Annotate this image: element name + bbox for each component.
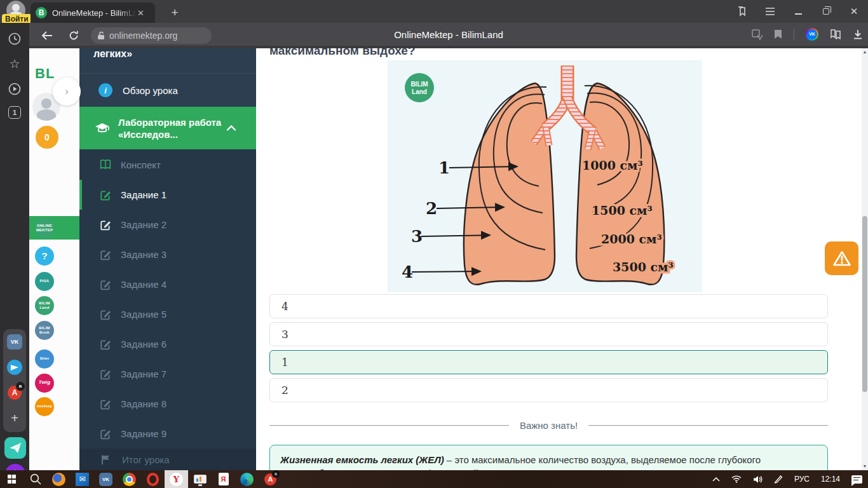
browser-toolbar: onlinemektep.org OnlineMektep - BilimLan… bbox=[29, 23, 868, 48]
start-button[interactable] bbox=[0, 470, 24, 488]
pencil-square-icon bbox=[100, 398, 111, 410]
volume-icon[interactable] bbox=[747, 470, 768, 488]
scroll-up-arrow[interactable]: ▲ bbox=[862, 48, 868, 56]
translate-icon[interactable] bbox=[752, 29, 763, 40]
pen-icon[interactable] bbox=[768, 470, 789, 488]
answer-option-1-selected[interactable]: 1 bbox=[269, 350, 828, 374]
mail-icon[interactable]: ✉ bbox=[71, 470, 94, 488]
sidebar-item-konspekt[interactable]: Конспект bbox=[79, 149, 256, 180]
pisa-icon: PISA bbox=[35, 272, 54, 291]
yandex-browser-icon-active[interactable]: Y bbox=[165, 470, 188, 488]
app-help[interactable]: ? bbox=[29, 244, 79, 268]
action-center-icon[interactable] bbox=[846, 470, 868, 488]
vk-taskbar-icon[interactable]: VK bbox=[94, 470, 118, 488]
report-problem-button[interactable] bbox=[825, 241, 858, 275]
wifi-icon[interactable] bbox=[726, 470, 747, 488]
tab-panels-icon[interactable] bbox=[728, 0, 756, 23]
sidebar-item-task1[interactable]: Задание 1 bbox=[79, 180, 256, 210]
restore-button[interactable] bbox=[812, 0, 840, 23]
media-play-icon[interactable] bbox=[0, 78, 29, 100]
app-bilet[interactable]: Bilet bbox=[29, 347, 79, 370]
telegram-icon[interactable] bbox=[3, 355, 26, 380]
collections-icon[interactable] bbox=[830, 29, 841, 39]
sidebar-item-task8[interactable]: Задание 8 bbox=[79, 389, 256, 419]
volume-label-1500: 1500 см³ bbox=[592, 203, 653, 217]
scroll-down-arrow[interactable]: ▼ bbox=[862, 463, 868, 470]
sidebar-item-overview[interactable]: i Обзор урока bbox=[79, 73, 256, 107]
language-indicator[interactable]: РУС bbox=[789, 470, 815, 488]
tray-expand-icon[interactable] bbox=[707, 470, 726, 488]
onlinemektep-icon: ONLINE MEKTEP bbox=[35, 219, 54, 238]
vk-sidebar-icon[interactable]: VK bbox=[3, 329, 26, 355]
answer-option-3[interactable]: 3 bbox=[269, 322, 828, 346]
sidebar-item-task4[interactable]: Задание 4 bbox=[79, 269, 256, 299]
lungs-diagram: 1 2 3 4 1000 см³ 1500 см³ 2000 см³ 3500 bbox=[388, 60, 702, 292]
taskbar-search-icon[interactable] bbox=[24, 470, 47, 488]
bookmarks-star-icon[interactable]: ☆ bbox=[0, 53, 29, 74]
app-onlinemektep[interactable]: ONLINE MEKTEP bbox=[29, 216, 79, 240]
sidebar-item-task3[interactable]: Задание 3 bbox=[79, 240, 256, 269]
lesson-title: легких» bbox=[79, 48, 256, 62]
opera-icon[interactable] bbox=[141, 470, 165, 488]
browser-tab[interactable]: B OnlineMektep - BilimLa ✕ bbox=[31, 3, 155, 23]
answer-option-4[interactable]: 4 bbox=[269, 294, 828, 318]
task-content: максимальном выдохе? bbox=[256, 48, 862, 470]
system-tray: РУС 12:14 bbox=[707, 470, 868, 488]
history-icon[interactable] bbox=[0, 28, 29, 50]
page-scrollbar[interactable]: ▲ ▼ bbox=[862, 48, 868, 470]
new-tab-button[interactable]: + bbox=[166, 4, 183, 21]
tab-counter[interactable]: 1 bbox=[0, 102, 29, 123]
bookmark-icon[interactable] bbox=[774, 29, 782, 39]
app-imektep[interactable]: imektep bbox=[29, 395, 79, 418]
lock-open-icon bbox=[97, 31, 105, 40]
pencil-square-icon bbox=[100, 249, 111, 261]
toolbar-divider bbox=[794, 29, 794, 40]
pencil-square-icon bbox=[100, 369, 111, 380]
pencil-square-icon bbox=[100, 428, 111, 440]
menu-icon[interactable] bbox=[756, 0, 784, 23]
sidebar-item-task7[interactable]: Задание 7 bbox=[79, 359, 256, 389]
answer-option-2[interactable]: 2 bbox=[269, 378, 828, 402]
divider-line-right bbox=[588, 425, 828, 426]
sidebar-section-lab[interactable]: Лабораторная работа «Исследов... bbox=[79, 107, 256, 149]
sidebar-expander[interactable]: › bbox=[53, 78, 81, 105]
chrome-icon[interactable] bbox=[118, 470, 141, 488]
app-bilimland[interactable]: BILIM Land bbox=[29, 294, 79, 317]
windows-taskbar: ✉ VK Y Я Аa РУС 12:14 bbox=[0, 470, 868, 488]
pointer-label-1: 1 bbox=[438, 158, 450, 177]
firefox-icon[interactable] bbox=[47, 470, 71, 488]
app-twig[interactable]: Twig bbox=[29, 371, 79, 395]
minimize-button[interactable] bbox=[784, 0, 812, 23]
url-text: onlinemektep.org bbox=[109, 30, 177, 41]
notification-badge[interactable]: 0 bbox=[36, 126, 58, 149]
sidebar-item-task6[interactable]: Задание 6 bbox=[79, 329, 256, 359]
translator-icon[interactable]: Аa bbox=[3, 380, 26, 405]
address-bar[interactable]: onlinemektep.org bbox=[91, 27, 212, 44]
reload-button[interactable] bbox=[65, 27, 83, 44]
app-pisa[interactable]: PISA bbox=[29, 269, 79, 293]
imektep-icon: imektep bbox=[35, 397, 54, 416]
tab-close-icon[interactable]: ✕ bbox=[137, 8, 144, 18]
sidebar-item-task5[interactable]: Задание 5 bbox=[79, 299, 256, 329]
close-button[interactable]: ✕ bbox=[840, 0, 868, 23]
translator-taskbar-icon[interactable]: Аa bbox=[259, 470, 282, 488]
clock[interactable]: 12:14 bbox=[815, 470, 846, 488]
sidebar-item-task2[interactable]: Задание 2 bbox=[79, 210, 256, 240]
sidebar-item-summary[interactable]: Итог урока bbox=[79, 449, 256, 470]
back-button[interactable] bbox=[38, 27, 56, 44]
sidebar-item-task9[interactable]: Задание 9 bbox=[79, 419, 256, 449]
vk-extension-icon[interactable]: VK bbox=[806, 28, 818, 41]
important-divider: Важно знать! bbox=[269, 420, 828, 431]
app-bilimbook[interactable]: BILIM Book bbox=[29, 318, 79, 342]
yandex-doc-icon[interactable]: Я bbox=[212, 470, 235, 488]
screen-share-icon[interactable] bbox=[188, 470, 212, 488]
edge-icon[interactable] bbox=[235, 470, 259, 488]
browser-profile[interactable]: Войти bbox=[1, 0, 29, 23]
messenger-app-icon[interactable] bbox=[4, 437, 26, 459]
download-icon[interactable] bbox=[853, 29, 863, 39]
scrollbar-thumb[interactable] bbox=[862, 216, 867, 392]
bl-logo: BL bbox=[35, 65, 55, 82]
divider-line-left bbox=[269, 425, 509, 426]
add-panel-icon[interactable]: + bbox=[3, 405, 26, 431]
bilimland-watermark: BILIM Land bbox=[405, 73, 434, 102]
